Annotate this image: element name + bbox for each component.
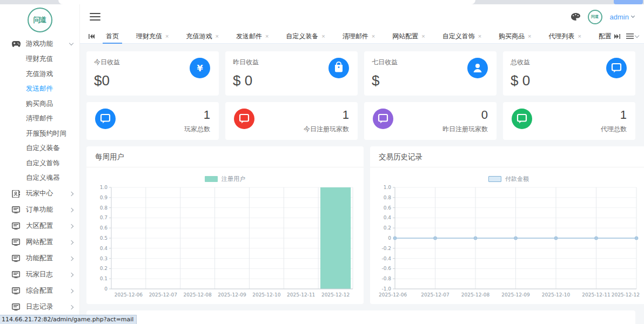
- tab-首页[interactable]: 首页: [97, 29, 128, 44]
- sidebar-item-充值游戏[interactable]: 充值游戏: [0, 67, 79, 82]
- transaction-history-legend[interactable]: 付款金额: [370, 175, 644, 183]
- tab-配置开关[interactable]: 配置开关×: [590, 29, 611, 44]
- sidebar-group-game[interactable]: 游戏功能: [0, 36, 79, 52]
- sidebar-group-玩家中心[interactable]: 玩家中心: [0, 186, 79, 202]
- sidebar-group-玩家日志[interactable]: 玩家日志: [0, 267, 79, 283]
- sidebar-group-功能配置[interactable]: 功能配置: [0, 251, 79, 267]
- tab-购买商品[interactable]: 购买商品×: [490, 29, 540, 44]
- svg-text:-1.0: -1.0: [381, 286, 391, 292]
- tab-自定义装备[interactable]: 自定义装备×: [277, 29, 333, 44]
- sidebar-group-label: 日志记录: [26, 302, 70, 312]
- chat-icon: [234, 109, 254, 129]
- tab-label: 购买商品: [499, 32, 525, 41]
- sidebar-item-自定义装备[interactable]: 自定义装备: [0, 141, 79, 156]
- sidebar-item-开服预约时间[interactable]: 开服预约时间: [0, 126, 79, 141]
- count-cards-row: 1玩家总数1今日注册玩家数0昨日注册玩家数1代理总数: [86, 102, 635, 140]
- tab-close-icon[interactable]: ×: [478, 33, 481, 39]
- svg-text:-0.8: -0.8: [381, 276, 391, 281]
- sidebar-group-label: 玩家日志: [26, 270, 70, 279]
- chevron-down-icon: [631, 14, 635, 18]
- sidebar-item-清理邮件[interactable]: 清理邮件: [0, 111, 79, 126]
- tab-发送邮件[interactable]: 发送邮件×: [227, 29, 277, 44]
- app-window-icon: [12, 206, 21, 214]
- yen-icon: ¥: [190, 58, 210, 78]
- sidebar-group-大区配置[interactable]: 大区配置: [0, 218, 79, 234]
- tab-scroll-left-icon[interactable]: [85, 31, 97, 42]
- app-window-icon: [12, 303, 21, 311]
- tab-理财充值[interactable]: 理财充值×: [128, 29, 177, 44]
- tab-close-icon[interactable]: ×: [265, 33, 269, 39]
- svg-text:0.4: 0.4: [384, 215, 392, 220]
- system-info-title: 系统信息: [96, 318, 626, 324]
- tab-close-icon[interactable]: ×: [528, 33, 531, 39]
- header-right: 问道 admin: [571, 10, 634, 24]
- stat-right: 1今日注册玩家数: [304, 109, 349, 134]
- tab-close-icon[interactable]: ×: [165, 33, 169, 39]
- tab-close-icon[interactable]: ×: [321, 33, 325, 39]
- transaction-history-chart-card: 交易历史记录 付款金额 -1.0-0.8-0.6-0.4-0.200.20.40…: [370, 146, 644, 304]
- admin-app: 问道 游戏功能 理财充值充值游戏发送邮件购买商品清理邮件开服预约时间自定义装备自…: [0, 4, 644, 324]
- sidebar-group-订单功能[interactable]: 订单功能: [0, 202, 79, 218]
- svg-text:0.9: 0.9: [100, 195, 108, 200]
- sidebar-menu: 游戏功能 理财充值充值游戏发送邮件购买商品清理邮件开服预约时间自定义装备自定义首…: [0, 36, 79, 315]
- tabs-scroll: 首页理财充值×充值游戏×发送邮件×自定义装备×清理邮件×网站配置×自定义首饰×购…: [97, 29, 611, 44]
- browser-profile-button-remnant: [614, 0, 643, 4]
- svg-text:-0.2: -0.2: [381, 246, 391, 251]
- sidebar-group-网站配置[interactable]: 网站配置: [0, 234, 79, 251]
- svg-text:0.7: 0.7: [100, 215, 108, 220]
- svg-text:2025-12-07: 2025-12-07: [421, 292, 449, 298]
- stat-label: 昨日注册玩家数: [442, 125, 488, 134]
- chevron-down-icon: [69, 40, 73, 45]
- stat-card-今日注册玩家数: 1今日注册玩家数: [225, 102, 358, 140]
- tab-label: 自定义首饰: [442, 32, 475, 41]
- chevron-right-icon: [69, 305, 73, 309]
- stat-label: 代理总数: [601, 125, 627, 134]
- stat-card-昨日注册玩家数: 0昨日注册玩家数: [364, 102, 497, 140]
- tab-充值游戏[interactable]: 充值游戏×: [177, 29, 227, 44]
- sidebar-item-自定义首饰[interactable]: 自定义首饰: [0, 156, 79, 171]
- sidebar-item-购买商品[interactable]: 购买商品: [0, 97, 79, 112]
- svg-text:0.1: 0.1: [100, 276, 108, 281]
- tab-label: 首页: [106, 32, 119, 41]
- sidebar-group-日志记录[interactable]: 日志记录: [0, 299, 79, 315]
- weekly-users-chart-card: 每周用户 注册用户 00.10.20.30.40.50.60.70.80.91.…: [86, 146, 364, 304]
- tab-网站配置[interactable]: 网站配置×: [384, 29, 433, 44]
- stat-card-总收益: 总收益$ 0: [503, 51, 635, 96]
- tab-label: 配置开关: [599, 32, 611, 41]
- tab-options-menu[interactable]: [626, 33, 639, 39]
- user-avatar[interactable]: 问道: [588, 10, 602, 24]
- transaction-history-chart: -1.0-0.8-0.6-0.4-0.200.20.40.60.81.02025…: [370, 183, 644, 305]
- tab-scroll-right-icon[interactable]: [611, 31, 623, 42]
- sidebar-game-submenu: 理财充值充值游戏发送邮件购买商品清理邮件开服预约时间自定义装备自定义首饰自定义魂…: [0, 52, 79, 186]
- main-content: 今日收益$0¥昨日收益$ 0七日收益$总收益$ 0 1玩家总数1今日注册玩家数0…: [80, 44, 644, 324]
- svg-text:0.8: 0.8: [100, 205, 108, 211]
- weekly-users-legend[interactable]: 注册用户: [86, 175, 364, 183]
- tab-label: 充值游戏: [186, 32, 212, 41]
- svg-text:2025-12-12: 2025-12-12: [321, 292, 350, 298]
- user-menu[interactable]: admin: [610, 13, 634, 21]
- svg-text:0.4: 0.4: [100, 246, 108, 251]
- svg-text:0: 0: [104, 286, 108, 292]
- sidebar-item-自定义魂器[interactable]: 自定义魂器: [0, 171, 79, 186]
- tab-close-icon[interactable]: ×: [578, 33, 581, 39]
- sidebar-group-综合配置[interactable]: 综合配置: [0, 283, 79, 299]
- tab-label: 自定义装备: [286, 32, 318, 41]
- tab-代理列表[interactable]: 代理列表×: [540, 29, 590, 44]
- tab-close-icon[interactable]: ×: [421, 33, 425, 39]
- svg-text:-0.6: -0.6: [381, 266, 391, 271]
- stat-right: 1代理总数: [601, 109, 627, 134]
- app-logo: 问道: [28, 8, 52, 32]
- sidebar-item-发送邮件[interactable]: 发送邮件: [0, 82, 79, 97]
- stat-card-七日收益: 七日收益$: [364, 51, 497, 96]
- stat-value: 1: [184, 109, 210, 122]
- theme-palette-icon[interactable]: [571, 13, 580, 21]
- svg-text:2025-12-09: 2025-12-09: [218, 292, 246, 298]
- tab-自定义首饰[interactable]: 自定义首饰×: [434, 29, 490, 44]
- app-window-icon: [12, 271, 21, 279]
- hamburger-menu-icon[interactable]: [90, 11, 100, 23]
- tab-清理邮件[interactable]: 清理邮件×: [334, 29, 384, 44]
- stat-right: 0昨日注册玩家数: [442, 109, 488, 134]
- sidebar-item-理财充值[interactable]: 理财充值: [0, 52, 79, 67]
- tab-close-icon[interactable]: ×: [372, 33, 375, 39]
- tab-close-icon[interactable]: ×: [215, 33, 218, 39]
